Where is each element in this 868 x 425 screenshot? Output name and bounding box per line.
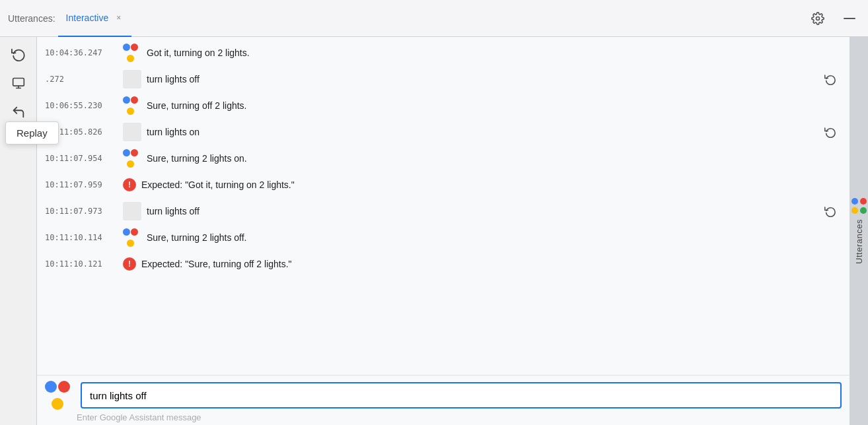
input-hint: Enter Google Assistant message	[45, 410, 842, 422]
replay-message-button[interactable]	[822, 72, 839, 86]
replay-tooltip-label: Replay	[17, 127, 48, 139]
timestamp: 10:11:07.959	[45, 180, 118, 189]
minimize-button[interactable]	[839, 8, 860, 29]
dot-red	[131, 96, 138, 104]
error-icon: !	[123, 257, 136, 271]
save-button[interactable]	[7, 71, 30, 95]
timestamp: 10:11:10.121	[45, 259, 118, 269]
dot-yellow	[127, 55, 134, 62]
right-sidebar[interactable]: Utterances	[850, 37, 868, 425]
replay-button[interactable]	[7, 42, 30, 66]
main-container: Replay 10:04:36.247 Got it, turning on 2…	[0, 37, 868, 425]
message-text: turn lights on	[147, 127, 816, 137]
message-text: Expected: "Got it, turning on 2 lights."	[141, 180, 839, 190]
message-text: Sure, turning 2 lights on.	[147, 153, 839, 164]
table-row: 10:11:07.959 ! Expected: "Got it, turnin…	[37, 172, 850, 198]
table-row: 10:11:07.973 turn lights off	[37, 198, 850, 224]
timestamp: 10:11:07.954	[45, 154, 118, 163]
sidebar-avatar	[851, 198, 867, 214]
message-text: turn lights off	[147, 74, 816, 84]
table-row: 10:06:55.230 Sure, turning off 2 lights.	[37, 92, 850, 119]
table-row: 10:11:05.826 turn lights on	[37, 119, 850, 145]
replay-tooltip: Replay	[5, 121, 59, 145]
dot-yellow	[127, 240, 134, 247]
messages-list: 10:04:36.247 Got it, turning on 2 lights…	[37, 37, 850, 375]
message-text: turn lights off	[147, 206, 816, 216]
message-text: Sure, turning off 2 lights.	[147, 100, 839, 111]
tab-close-button[interactable]: ×	[114, 12, 124, 24]
left-toolbar: Replay	[0, 37, 37, 425]
message-text: Expected: "Sure, turning off 2 lights."	[141, 259, 839, 269]
message-text: Sure, turning 2 lights off.	[147, 232, 839, 243]
assistant-avatar-large	[45, 381, 74, 410]
placeholder-space	[123, 202, 141, 220]
interactive-tab[interactable]: Interactive ×	[58, 0, 132, 37]
timestamp: 10:04:36.247	[45, 48, 118, 57]
placeholder-space	[123, 70, 141, 88]
timestamp: .272	[45, 75, 118, 84]
svg-rect-1	[844, 18, 855, 19]
table-row: 10:11:10.114 Sure, turning 2 lights off.	[37, 224, 850, 251]
title-bar-actions	[807, 8, 860, 29]
chat-input[interactable]	[81, 382, 842, 409]
input-line	[45, 381, 842, 410]
undo-button[interactable]	[7, 100, 30, 124]
svg-point-0	[816, 16, 820, 20]
sidebar-label: Utterances	[854, 219, 864, 264]
sidebar-dot-blue	[851, 198, 858, 205]
settings-button[interactable]	[807, 8, 828, 29]
timestamp: 10:11:07.973	[45, 207, 118, 216]
table-row: 10:04:36.247 Got it, turning on 2 lights…	[37, 40, 850, 66]
replay-message-button[interactable]	[822, 125, 839, 139]
assistant-avatar	[123, 149, 141, 168]
dot-blue	[123, 149, 130, 156]
sidebar-dot-yellow	[851, 207, 858, 214]
table-row: 10:11:07.954 Sure, turning 2 lights on.	[37, 145, 850, 172]
sidebar-dot-green	[860, 207, 867, 214]
dot-yellow	[127, 108, 134, 115]
dot-blue	[123, 96, 130, 104]
dot-red	[131, 228, 138, 236]
assistant-avatar	[123, 44, 141, 62]
content-area: 10:04:36.247 Got it, turning on 2 lights…	[37, 37, 850, 425]
dot-yellow	[127, 160, 134, 168]
utterances-label: Utterances:	[8, 13, 55, 24]
sidebar-dot-red	[860, 198, 867, 205]
assistant-avatar	[123, 96, 141, 115]
title-bar: Utterances: Interactive ×	[0, 0, 868, 37]
assistant-avatar	[123, 228, 141, 247]
dot-red-large	[58, 381, 70, 393]
tab-label: Interactive	[66, 13, 109, 23]
timestamp: 10:11:10.114	[45, 233, 118, 242]
dot-red	[131, 149, 138, 156]
svg-rect-2	[13, 79, 24, 86]
table-row: .272 turn lights off	[37, 66, 850, 92]
placeholder-space	[123, 123, 141, 141]
replay-message-button[interactable]	[822, 204, 839, 218]
dot-red	[131, 44, 138, 51]
bottom-input-area: Enter Google Assistant message	[37, 375, 850, 425]
dot-blue-large	[45, 381, 57, 393]
table-row: 10:11:10.121 ! Expected: "Sure, turning …	[37, 251, 850, 277]
message-text: Got it, turning on 2 lights.	[147, 48, 839, 58]
dot-blue	[123, 44, 130, 51]
dot-yellow-large	[52, 398, 63, 410]
timestamp: 10:06:55.230	[45, 101, 118, 110]
error-icon: !	[123, 178, 136, 191]
dot-blue	[123, 228, 130, 236]
